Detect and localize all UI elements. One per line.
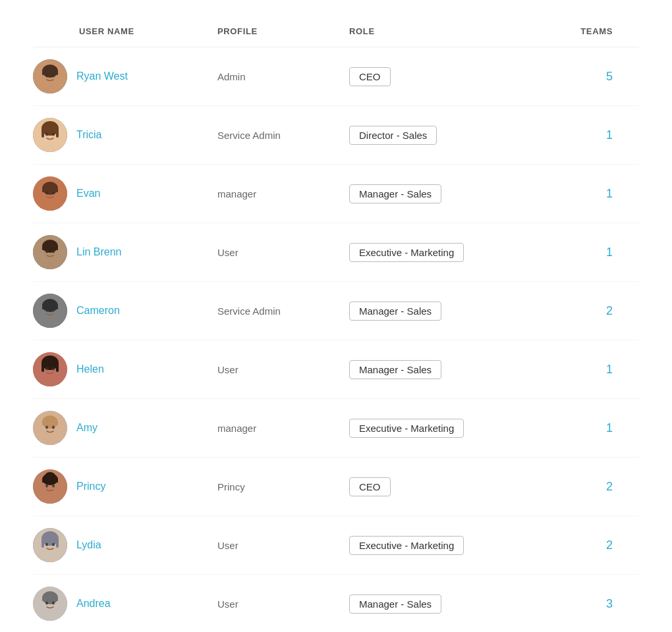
user-name-link[interactable]: Evan — [76, 188, 100, 199]
table-row: Andrea User Manager - Sales 3 — [33, 575, 639, 632]
profile-cell: User — [217, 364, 349, 375]
teams-cell[interactable]: 2 — [534, 539, 613, 552]
svg-rect-70 — [42, 598, 58, 601]
teams-cell[interactable]: 1 — [534, 363, 613, 377]
svg-point-12 — [45, 133, 48, 136]
user-cell: Lin Brenn — [33, 235, 217, 269]
user-cell: Tricia — [33, 118, 217, 152]
teams-cell[interactable]: 1 — [534, 246, 613, 259]
svg-point-48 — [45, 426, 48, 429]
table-row: Tricia Service Admin Director - Sales 1 — [33, 106, 639, 165]
teams-cell[interactable]: 3 — [534, 597, 613, 611]
svg-point-64 — [45, 543, 48, 546]
svg-point-26 — [45, 250, 48, 253]
teams-cell[interactable]: 1 — [534, 128, 613, 142]
teams-cell[interactable]: 5 — [534, 70, 613, 84]
teams-cell[interactable]: 2 — [534, 304, 613, 318]
table-header: USER NAME PROFILE ROLE TEAMS — [33, 26, 639, 47]
svg-rect-25 — [42, 246, 58, 250]
user-name-link[interactable]: Amy — [76, 422, 98, 434]
avatar — [33, 411, 67, 445]
avatar — [33, 352, 67, 386]
role-badge: Director - Sales — [349, 126, 437, 145]
role-badge: Executive - Marketing — [349, 536, 464, 555]
svg-rect-63 — [56, 539, 59, 548]
svg-point-72 — [52, 602, 55, 605]
profile-cell: Admin — [217, 71, 349, 82]
svg-point-55 — [45, 472, 55, 480]
role-cell: CEO — [349, 67, 534, 86]
user-name-link[interactable]: Helen — [76, 363, 104, 375]
profile-cell: manager — [217, 188, 349, 199]
svg-point-71 — [45, 602, 48, 605]
svg-point-27 — [52, 250, 55, 253]
svg-rect-47 — [42, 422, 58, 425]
role-badge: Manager - Sales — [349, 184, 441, 203]
role-cell: Manager - Sales — [349, 360, 534, 379]
table-row: Ryan West Admin CEO 5 — [33, 47, 639, 106]
table-body: Ryan West Admin CEO 5 Tricia Service Adm… — [33, 47, 639, 632]
profile-cell: Princy — [217, 481, 349, 492]
role-cell: CEO — [349, 477, 534, 496]
role-badge: Manager - Sales — [349, 302, 441, 321]
user-cell: Evan — [33, 176, 217, 211]
avatar — [33, 59, 67, 93]
role-badge: Manager - Sales — [349, 360, 441, 379]
col-teams: TEAMS — [534, 26, 613, 36]
profile-cell: User — [217, 247, 349, 258]
profile-cell: User — [217, 540, 349, 551]
user-name-link[interactable]: Lin Brenn — [76, 246, 122, 258]
table-row: Lin Brenn User Executive - Marketing 1 — [33, 223, 639, 282]
svg-point-41 — [45, 367, 48, 371]
avatar — [33, 235, 67, 269]
svg-rect-11 — [56, 128, 59, 138]
profile-cell: Service Admin — [217, 130, 349, 141]
teams-cell[interactable]: 1 — [534, 187, 613, 201]
table-row: Princy Princy CEO 2 — [33, 458, 639, 516]
role-cell: Manager - Sales — [349, 184, 534, 203]
role-badge: CEO — [349, 67, 391, 86]
role-cell: Executive - Marketing — [349, 243, 534, 262]
role-cell: Executive - Marketing — [349, 419, 534, 438]
role-badge: Executive - Marketing — [349, 419, 464, 438]
svg-point-19 — [45, 192, 48, 195]
svg-rect-10 — [42, 128, 44, 138]
svg-point-5 — [52, 74, 55, 78]
user-name-link[interactable]: Princy — [76, 481, 105, 492]
svg-rect-3 — [42, 71, 58, 75]
teams-cell[interactable]: 1 — [534, 421, 613, 435]
avatar — [33, 176, 67, 211]
user-name-link[interactable]: Tricia — [76, 129, 102, 141]
user-name-link[interactable]: Ryan West — [76, 70, 128, 82]
table-row: Lydia User Executive - Marketing 2 — [33, 516, 639, 575]
user-name-link[interactable]: Lydia — [76, 539, 101, 551]
svg-rect-32 — [42, 305, 58, 309]
profile-cell: Service Admin — [217, 305, 349, 317]
svg-point-34 — [52, 309, 55, 312]
user-cell: Cameron — [33, 294, 217, 328]
svg-rect-18 — [42, 188, 58, 192]
table-row: Cameron Service Admin Manager - Sales 2 — [33, 282, 639, 340]
teams-cell[interactable]: 2 — [534, 480, 613, 494]
role-cell: Director - Sales — [349, 126, 534, 145]
role-badge: Executive - Marketing — [349, 243, 464, 262]
user-name-link[interactable]: Cameron — [76, 305, 120, 317]
profile-cell: manager — [217, 423, 349, 434]
role-badge: CEO — [349, 477, 391, 496]
col-profile: PROFILE — [217, 26, 349, 36]
svg-rect-62 — [42, 539, 44, 548]
svg-rect-40 — [56, 363, 59, 372]
svg-point-33 — [45, 309, 48, 312]
avatar — [33, 294, 67, 328]
avatar — [33, 118, 67, 152]
svg-point-20 — [52, 192, 55, 195]
avatar — [33, 469, 67, 504]
user-cell: Lydia — [33, 528, 217, 562]
svg-rect-39 — [42, 363, 44, 372]
table-row: Evan manager Manager - Sales 1 — [33, 165, 639, 223]
svg-point-49 — [52, 426, 55, 429]
table-row: Helen User Manager - Sales 1 — [33, 340, 639, 399]
table-row: Amy manager Executive - Marketing 1 — [33, 399, 639, 458]
user-name-link[interactable]: Andrea — [76, 598, 111, 610]
user-cell: Helen — [33, 352, 217, 386]
